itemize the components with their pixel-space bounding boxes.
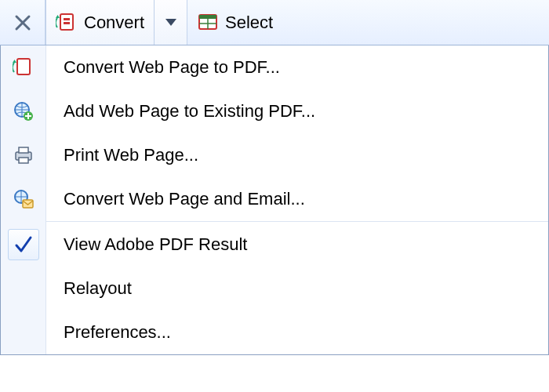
toolbar: Convert Select bbox=[0, 0, 549, 45]
close-button[interactable] bbox=[0, 0, 45, 45]
select-label: Select bbox=[225, 13, 273, 33]
menu-item-label: Add Web Page to Existing PDF... bbox=[46, 101, 315, 122]
menu-item-add-to-existing-pdf[interactable]: Add Web Page to Existing PDF... bbox=[1, 89, 548, 133]
icon-gutter bbox=[1, 45, 46, 89]
svg-rect-19 bbox=[19, 158, 28, 163]
svg-marker-12 bbox=[13, 60, 16, 63]
menu-item-label: Relayout bbox=[46, 278, 132, 299]
svg-rect-5 bbox=[64, 22, 70, 24]
menu-item-convert-and-email[interactable]: Convert Web Page and Email... bbox=[1, 177, 548, 221]
chevron-down-icon bbox=[165, 19, 176, 27]
globe-mail-icon bbox=[13, 188, 35, 210]
icon-gutter bbox=[1, 267, 46, 310]
menu-separator bbox=[1, 221, 548, 223]
select-table-icon bbox=[197, 12, 219, 34]
svg-marker-3 bbox=[56, 15, 60, 18]
icon-gutter bbox=[1, 133, 46, 177]
menu-item-label: View Adobe PDF Result bbox=[46, 234, 247, 255]
menu-item-label: Print Web Page... bbox=[46, 145, 198, 165]
convert-dropdown-button[interactable] bbox=[155, 0, 187, 45]
close-icon bbox=[14, 14, 31, 31]
pdf-convert-icon bbox=[56, 12, 78, 34]
svg-rect-4 bbox=[64, 18, 70, 20]
globe-add-icon bbox=[13, 100, 35, 122]
icon-gutter bbox=[1, 223, 46, 267]
convert-button[interactable]: Convert bbox=[45, 0, 155, 45]
select-button[interactable]: Select bbox=[187, 0, 282, 45]
svg-rect-18 bbox=[19, 147, 28, 153]
svg-marker-6 bbox=[165, 19, 176, 26]
menu-item-relayout[interactable]: Relayout bbox=[1, 267, 548, 310]
menu-item-view-result[interactable]: View Adobe PDF Result bbox=[1, 223, 548, 267]
menu-item-print-web-page[interactable]: Print Web Page... bbox=[1, 133, 548, 177]
pdf-convert-icon bbox=[13, 56, 35, 78]
svg-rect-8 bbox=[199, 15, 216, 19]
menu-item-label: Preferences... bbox=[46, 322, 171, 343]
icon-gutter bbox=[1, 177, 46, 221]
svg-rect-21 bbox=[23, 200, 33, 208]
menu-item-preferences[interactable]: Preferences... bbox=[1, 310, 548, 354]
printer-icon bbox=[13, 144, 35, 166]
menu-item-label: Convert Web Page and Email... bbox=[46, 189, 305, 209]
svg-rect-11 bbox=[17, 59, 30, 74]
icon-gutter bbox=[1, 310, 46, 354]
check-icon bbox=[8, 229, 39, 260]
menu-item-label: Convert Web Page to PDF... bbox=[46, 57, 280, 78]
icon-gutter bbox=[1, 89, 46, 133]
menu-item-convert-to-pdf[interactable]: Convert Web Page to PDF... bbox=[1, 45, 548, 89]
convert-label: Convert bbox=[84, 13, 144, 33]
convert-dropdown-menu: Convert Web Page to PDF... Add Web Page … bbox=[0, 45, 549, 355]
